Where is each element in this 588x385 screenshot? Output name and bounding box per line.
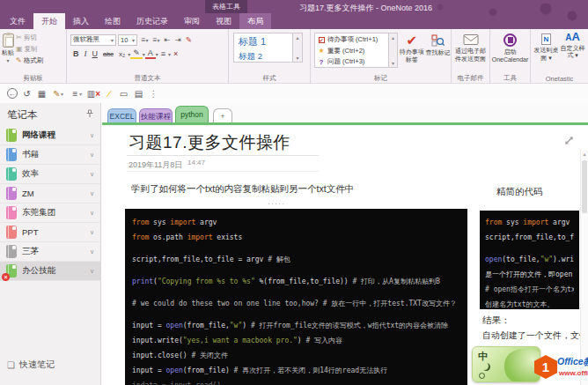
tags-gallery[interactable]: ✔待办事项 (Ctrl+1) ★重要 (Ctrl+2) ?问题 (Ctrl+3) (314, 33, 389, 68)
chevron-down-icon[interactable]: ∨ (90, 210, 94, 217)
copy-button[interactable]: ▣复制 (16, 43, 43, 55)
send-to-desktop-button[interactable]: N 发送到桌面 ▾ (533, 32, 560, 62)
chevron-down-icon[interactable]: ∨ (90, 248, 94, 255)
section-tab-skill[interactable]: 技能课程 (139, 108, 173, 122)
chevron-down-icon[interactable]: ∨ (90, 229, 94, 236)
clipboard-button[interactable]: ▤ (131, 89, 146, 99)
code-block-main[interactable]: from sys import argvfrom os.path import … (125, 209, 467, 385)
section-tab-excel[interactable]: EXCEL (107, 108, 136, 122)
notebook-icon (6, 167, 17, 181)
new-section-tab[interactable]: + (213, 108, 232, 122)
check-icon: ✔ (407, 34, 418, 47)
sidebar-item-notebook[interactable]: ZM∨ (0, 184, 100, 204)
tab-history[interactable]: 历史记录 (129, 13, 176, 29)
font-name-select[interactable]: 微软雅黑▾ (70, 34, 116, 46)
tab-insert[interactable]: 插入 (65, 13, 97, 29)
chevron-down-icon[interactable]: ∨ (90, 190, 94, 197)
sidebar-title: 笔记本 (7, 108, 38, 122)
highlighter-button[interactable]: ∕ (101, 89, 116, 99)
tab-home[interactable]: 开始 (33, 13, 65, 29)
sidebar-item-notebook[interactable]: 三茅∨ (0, 242, 100, 262)
font-size-select[interactable]: 10▾ (118, 34, 137, 46)
format-brush-icon[interactable]: ✎ (183, 35, 194, 44)
moon-icon[interactable] (481, 362, 489, 370)
intro-text[interactable]: 学到了如何将一个txt的内容复制粘贴到另一个txt文件中 (131, 183, 354, 196)
tab-review[interactable]: 审阅 (176, 13, 208, 29)
cut-button[interactable]: ✂剪切 (16, 32, 43, 43)
tab-draw[interactable]: 绘图 (97, 13, 129, 29)
quick-notes-button[interactable]: ❏快速笔记 (0, 355, 100, 374)
notebook-sidebar: 笔记本 网络课程∨ 书籍∨ 效率∨ ZM∨ 东莞集团∨ PPT∨ 三茅∨ 办公技… (0, 103, 101, 385)
ime-status-panel[interactable]: 中 (472, 346, 540, 382)
shape-button[interactable]: ▭ (116, 89, 131, 99)
styles-gallery[interactable]: 标题 1 标题 2 (233, 33, 293, 63)
undo-button[interactable]: ↺ (19, 89, 34, 99)
highlight-button[interactable]: ✎ (130, 48, 143, 59)
onecalendar-button[interactable]: 启动 OneCalendar (492, 32, 529, 63)
bold-button[interactable]: B (70, 49, 82, 58)
scroll-up-icon[interactable]: ▴ (581, 150, 588, 159)
notebook-icon (6, 226, 17, 239)
numbered-list-button[interactable]: ≡▾ (151, 35, 162, 44)
todo-tag-button[interactable]: ✔ 待办事项标签 (398, 33, 425, 68)
brush-icon: ✎ (16, 56, 22, 64)
paste-button[interactable]: 粘贴 ▾ (2, 32, 14, 66)
back-button[interactable]: ← (4, 88, 19, 99)
tab-view[interactable]: 视图 (208, 13, 239, 29)
chevron-down-icon[interactable]: ∨ (90, 152, 94, 159)
underline-button[interactable]: U (90, 49, 101, 58)
chevron-down-icon[interactable]: ∨ (90, 132, 94, 139)
email-page-button[interactable]: 通过电子邮件发送页面 (453, 32, 488, 63)
styles-gallery-scroll[interactable]: ▴▾ (293, 33, 303, 63)
email-group: 通过电子邮件发送页面 电子邮件 (452, 29, 490, 83)
custom-styles-button[interactable]: AA 自定义样式 ▾ (560, 32, 586, 62)
page-date: 2019年11月8日 (129, 159, 182, 171)
find-tags-button[interactable]: 查找标记 (425, 33, 451, 68)
tag-important[interactable]: ★重要 (Ctrl+2) (317, 46, 386, 57)
section-tab-python[interactable]: python (175, 106, 209, 122)
subscript-button[interactable]: x₂ (116, 50, 128, 58)
chevron-down-icon[interactable]: ∨ (90, 171, 94, 178)
envelope-icon (463, 33, 479, 46)
ime-mode-indicator[interactable]: 中 (478, 350, 488, 363)
full-page-view-toggle[interactable] (564, 133, 574, 149)
chevron-down-icon[interactable]: ∨ (90, 268, 94, 275)
tags-gallery-scroll[interactable]: ▴▾ (389, 33, 399, 68)
gear-icon[interactable] (479, 373, 485, 379)
right-column-heading[interactable]: 精简的代码 (496, 186, 543, 198)
page-title[interactable]: 习题17.更多文件操作 (129, 131, 290, 154)
group-label: 剪贴板 (0, 74, 66, 83)
sidebar-item-notebook[interactable]: 东莞集团∨ (0, 204, 100, 223)
font-color-button[interactable]: A (145, 48, 156, 59)
clear-formatting-button[interactable]: × (171, 49, 180, 58)
sidebar-item-notebook[interactable]: 办公技能∨ (0, 262, 100, 281)
sidebar-item-notebook[interactable]: PPT∨ (0, 223, 100, 242)
strikethrough-button[interactable]: abc (100, 50, 116, 58)
bullet-list-button[interactable]: ≡▾ (139, 35, 151, 44)
pin-icon[interactable] (85, 109, 93, 120)
tag-todo[interactable]: ✔待办事项 (Ctrl+1) (317, 34, 386, 46)
vertical-scrollbar[interactable]: ▴ (580, 150, 588, 385)
tab-file[interactable]: 文件 (2, 13, 33, 29)
section-tab-bar: EXCEL 技能课程 python + (102, 103, 588, 122)
outdent-button[interactable]: ⇤ (162, 35, 173, 44)
delete-table-column-button[interactable]: ▥× (86, 89, 101, 99)
sidebar-item-notebook[interactable]: 效率∨ (0, 165, 100, 184)
insert-table-button[interactable]: ▦ (34, 89, 49, 99)
format-painter-button[interactable]: ✎格式刷 (16, 55, 43, 66)
indent-button[interactable]: ⇥ (173, 35, 183, 44)
drag-handle[interactable]: ····· (268, 199, 285, 208)
italic-button[interactable]: I (82, 49, 90, 58)
more-icon[interactable]: ⋮ (146, 89, 161, 99)
tag-question[interactable]: ?问题 (Ctrl+3) (317, 56, 386, 68)
sidebar-item-notebook[interactable]: 网络课程∨ (0, 126, 100, 145)
paragraph-align-button[interactable]: ≡ (158, 49, 168, 58)
tab-layout[interactable]: 布局 (239, 13, 271, 29)
style-heading1[interactable]: 标题 1 (239, 34, 288, 49)
scrollbar-thumb[interactable] (582, 160, 587, 213)
document-icon: N (541, 33, 551, 45)
style-heading2[interactable]: 标题 2 (239, 49, 288, 63)
notebook-icon (6, 148, 17, 161)
sidebar-item-notebook[interactable]: 书籍∨ (0, 145, 100, 165)
code-block-simplified[interactable]: from sys import argvscript,from_file,to_… (480, 211, 579, 309)
